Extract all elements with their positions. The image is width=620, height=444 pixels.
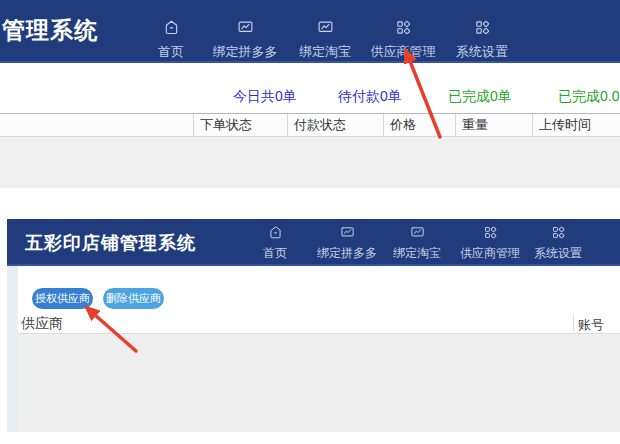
- nav-item-label: 绑定淘宝: [377, 245, 457, 262]
- header-cell-order-status: 下单状态: [193, 114, 287, 136]
- home-icon: [268, 226, 283, 243]
- chart-board-icon: [340, 226, 355, 243]
- nav-item-label: 绑定淘宝: [280, 43, 370, 61]
- order-table-empty-body: [0, 137, 620, 188]
- header-cell-payment-status: 付款状态: [287, 114, 383, 136]
- supplier-table-header: 供应商 账号: [18, 313, 620, 334]
- screenshot-2: 五彩印店铺管理系统 首页 绑定拼多多 绑定淘宝: [7, 219, 620, 432]
- header-cell-upload-time: 上传时间: [532, 114, 620, 136]
- stat-completed-amount: 已完成0.0: [558, 88, 619, 106]
- supplier-table-empty-body: [18, 334, 620, 432]
- navbar: 五彩印店铺管理系统 首页 绑定拼多多 绑定淘宝: [7, 219, 620, 266]
- stat-completed: 已完成0单: [448, 88, 512, 106]
- chart-board-icon: [410, 226, 425, 243]
- grid-icon: [474, 22, 491, 39]
- supplier-panel: 授权供应商 删除供应商 供应商 账号: [18, 266, 620, 432]
- nav-item-bind-taobao[interactable]: 绑定淘宝: [280, 19, 370, 61]
- nav-item-label: 绑定拼多多: [307, 245, 387, 262]
- navbar: 管理系统 首页 绑定拼多多 绑定淘宝: [0, 0, 620, 63]
- nav-item-home[interactable]: 首页: [235, 225, 315, 262]
- header-cell-weight: 重量: [455, 114, 532, 136]
- stat-pending-payment: 待付款0单: [338, 88, 402, 106]
- authorize-supplier-button[interactable]: 授权供应商: [32, 288, 93, 309]
- screenshot-canvas: 管理系统 首页 绑定拼多多 绑定淘宝: [0, 0, 620, 444]
- nav-item-supplier-management[interactable]: 供应商管理: [358, 19, 448, 61]
- home-icon: [163, 22, 180, 39]
- nav-item-label: 首页: [235, 245, 315, 262]
- order-table-header: 下单状态 付款状态 价格 重量 上传时间: [0, 113, 620, 137]
- nav-item-bind-pinduoduo[interactable]: 绑定拼多多: [200, 19, 290, 61]
- nav-item-bind-taobao[interactable]: 绑定淘宝: [377, 225, 457, 262]
- grid-icon: [551, 226, 566, 243]
- grid-icon: [395, 22, 412, 39]
- delete-supplier-button[interactable]: 删除供应商: [103, 288, 164, 309]
- stat-today-orders: 今日共0单: [233, 88, 297, 106]
- screenshot-1: 管理系统 首页 绑定拼多多 绑定淘宝: [0, 0, 620, 190]
- nav-item-bind-pinduoduo[interactable]: 绑定拼多多: [307, 225, 387, 262]
- order-stats-row: 今日共0单 待付款0单 已完成0单 已完成0.0: [0, 88, 620, 106]
- header-cell-price: 价格: [383, 114, 455, 136]
- chart-board-icon: [237, 22, 254, 39]
- nav-item-label: 绑定拼多多: [200, 43, 290, 61]
- nav-item-label: 供应商管理: [358, 43, 448, 61]
- chart-board-icon: [317, 22, 334, 39]
- app-title: 五彩印店铺管理系统: [25, 231, 196, 255]
- column-divider: [573, 314, 574, 332]
- app-title-partial: 管理系统: [2, 15, 98, 46]
- header-cell-empty: [0, 114, 193, 136]
- nav-item-system-settings[interactable]: 系统设置: [518, 225, 598, 262]
- nav-item-label: 系统设置: [518, 245, 598, 262]
- header-cell-supplier: 供应商: [21, 315, 63, 333]
- nav-item-label: 系统设置: [437, 43, 527, 61]
- header-cell-account: 账号: [578, 316, 604, 334]
- nav-item-system-settings[interactable]: 系统设置: [437, 19, 527, 61]
- grid-icon: [483, 226, 498, 243]
